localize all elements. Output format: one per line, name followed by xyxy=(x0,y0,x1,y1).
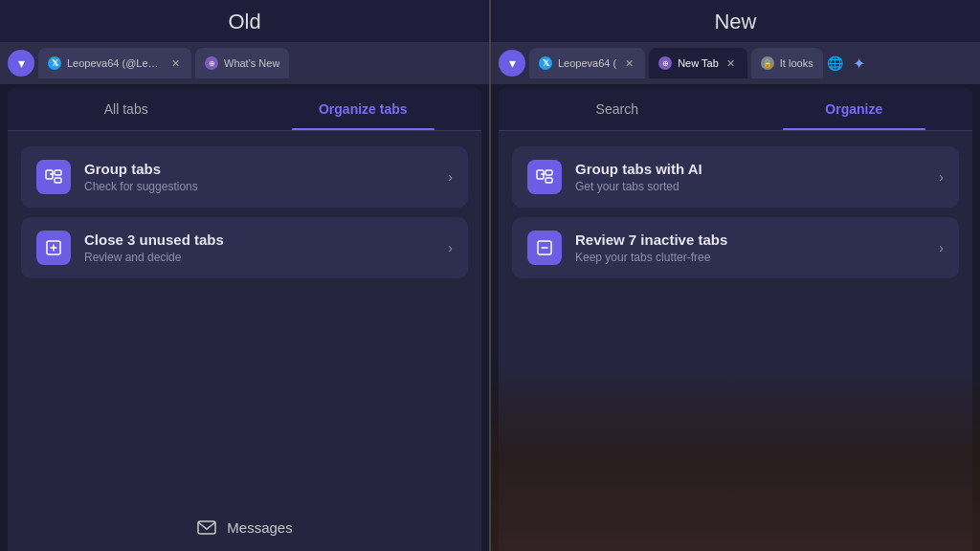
new-browser-chrome: 𝕏 Leopeva64 ( ✕ ⊕ New Tab ✕ 🔒 It looks 🌐… xyxy=(491,42,980,84)
old-close-tabs-subtitle: Review and decide xyxy=(84,251,434,264)
new-inactive-tabs-chevron: › xyxy=(939,240,944,255)
lock-icon: 🔒 xyxy=(761,56,774,70)
old-panel-content: Group tabs Check for suggestions › xyxy=(8,131,481,503)
old-close-tabs-text: Close 3 unused tabs Review and decide xyxy=(84,231,434,264)
new-inactive-tabs-title: Review 7 inactive tabs xyxy=(575,231,925,248)
new-panel-tabs: Search Organize xyxy=(499,88,972,131)
old-group-tabs-icon xyxy=(36,160,71,194)
old-group-tabs-title: Group tabs xyxy=(84,161,434,177)
twitter-icon-2: 𝕏 xyxy=(539,56,552,70)
new-group-tabs-text: Group tabs with AI Get your tabs sorted xyxy=(575,161,925,193)
old-tab-dropdown[interactable] xyxy=(8,50,34,77)
old-tab-2-text: What's New xyxy=(224,57,279,69)
old-label: Old xyxy=(0,0,489,42)
new-inactive-tabs-text: Review 7 inactive tabs Keep your tabs cl… xyxy=(575,231,925,264)
new-inactive-tabs-card[interactable]: Review 7 inactive tabs Keep your tabs cl… xyxy=(512,217,959,278)
browser-icon-1: ⊕ xyxy=(205,56,218,70)
svg-rect-10 xyxy=(546,178,552,183)
old-group-tabs-chevron: › xyxy=(448,169,453,185)
old-close-tabs-chevron: › xyxy=(448,240,453,255)
svg-rect-1 xyxy=(55,170,61,175)
old-tab-1-close[interactable]: ✕ xyxy=(168,56,182,70)
new-side: New 𝕏 Leopeva64 ( ✕ ⊕ New Tab ✕ 🔒 It loo… xyxy=(491,0,980,551)
old-side: Old 𝕏 Leopeva64 (@Leopeva64) / Twi ✕ ⊕ W… xyxy=(0,0,489,551)
new-tab-3[interactable]: 🔒 It looks xyxy=(751,48,823,78)
old-close-tabs-card[interactable]: Close 3 unused tabs Review and decide › xyxy=(21,217,468,278)
new-label: New xyxy=(491,0,980,42)
new-tab-organize[interactable]: Organize xyxy=(736,88,973,130)
old-group-tabs-text: Group tabs Check for suggestions xyxy=(84,161,434,193)
sparkle-icon: ✦ xyxy=(853,55,865,73)
new-tab-3-text: It looks xyxy=(780,57,813,69)
messages-label: Messages xyxy=(227,519,292,536)
new-group-tabs-icon xyxy=(527,160,562,194)
globe-icon: 🌐 xyxy=(827,55,843,71)
new-group-tabs-card[interactable]: Group tabs with AI Get your tabs sorted … xyxy=(512,146,959,208)
old-tab-1-text: Leopeva64 (@Leopeva64) / Twi xyxy=(67,57,163,69)
new-inactive-tabs-subtitle: Keep your tabs clutter-free xyxy=(575,251,925,264)
new-group-tabs-subtitle: Get your tabs sorted xyxy=(575,180,925,193)
old-messages-footer[interactable]: Messages xyxy=(8,503,481,551)
new-tab-1-close[interactable]: ✕ xyxy=(622,56,635,70)
old-group-tabs-subtitle: Check for suggestions xyxy=(84,180,434,193)
new-tab-search[interactable]: Search xyxy=(499,88,736,130)
new-tab-1-text: Leopeva64 ( xyxy=(558,57,616,69)
svg-rect-9 xyxy=(546,170,552,175)
new-group-tabs-chevron: › xyxy=(939,169,944,185)
old-browser-chrome: 𝕏 Leopeva64 (@Leopeva64) / Twi ✕ ⊕ What'… xyxy=(0,42,489,84)
envelope-icon xyxy=(196,517,217,538)
new-inactive-tabs-icon xyxy=(527,231,562,265)
old-tab-1[interactable]: 𝕏 Leopeva64 (@Leopeva64) / Twi ✕ xyxy=(38,48,191,78)
twitter-icon-1: 𝕏 xyxy=(48,56,61,70)
browser-icon-2: ⊕ xyxy=(658,56,672,70)
old-group-tabs-card[interactable]: Group tabs Check for suggestions › xyxy=(21,146,468,208)
old-tab-all[interactable]: All tabs xyxy=(8,88,245,130)
new-tab-1[interactable]: 𝕏 Leopeva64 ( ✕ xyxy=(529,48,645,78)
new-tab-dropdown[interactable] xyxy=(499,50,525,77)
right-background xyxy=(491,360,980,551)
old-close-tabs-icon xyxy=(36,231,71,265)
old-close-tabs-title: Close 3 unused tabs xyxy=(84,231,434,248)
comparison-wrapper: Old 𝕏 Leopeva64 (@Leopeva64) / Twi ✕ ⊕ W… xyxy=(0,0,980,551)
old-panel: All tabs Organize tabs Group tabs xyxy=(8,88,481,503)
old-panel-tabs: All tabs Organize tabs xyxy=(8,88,481,131)
svg-rect-7 xyxy=(198,521,215,534)
old-tab-2[interactable]: ⊕ What's New xyxy=(195,48,289,78)
old-tab-organize[interactable]: Organize tabs xyxy=(245,88,482,130)
svg-rect-2 xyxy=(55,178,61,183)
new-tab-2[interactable]: ⊕ New Tab ✕ xyxy=(649,48,747,78)
new-tab-2-text: New Tab xyxy=(678,57,719,69)
new-tab-2-close[interactable]: ✕ xyxy=(724,56,738,70)
new-group-tabs-title: Group tabs with AI xyxy=(575,161,925,177)
